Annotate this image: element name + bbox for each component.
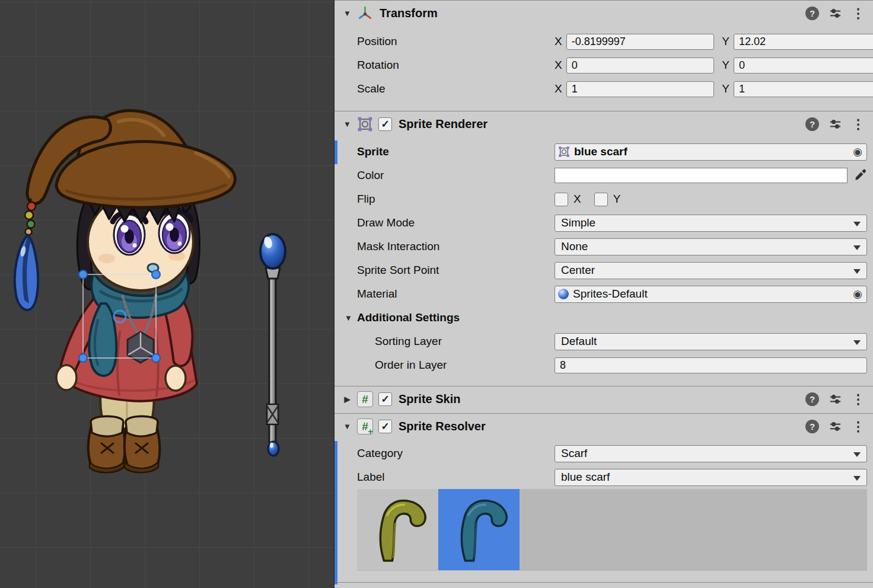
label-dropdown[interactable]: blue scarf <box>555 469 867 486</box>
order-in-layer-input[interactable] <box>555 357 867 373</box>
selection-handle-top-right[interactable] <box>152 270 160 279</box>
category-label: Category <box>357 447 555 460</box>
presets-icon[interactable] <box>829 392 842 406</box>
prefab-override-bar-resolver <box>334 441 337 584</box>
more-menu-icon[interactable]: ⋮ <box>852 118 865 131</box>
foldout-open-icon[interactable]: ▼ <box>343 120 352 129</box>
mask-interaction-dropdown[interactable]: None <box>555 238 867 255</box>
scale-label: Scale <box>357 82 555 95</box>
order-in-layer-label: Order in Layer <box>357 359 555 372</box>
thumbnail-green-scarf[interactable] <box>357 489 438 570</box>
material-object-field[interactable]: Sprites-Default ◉ <box>555 286 867 303</box>
sprite-skin-icon: # <box>357 391 373 407</box>
sprite-resolver-header[interactable]: ▼ #+ ✓ Sprite Resolver ? ⋮ <box>334 413 873 439</box>
component-enabled-checkbox[interactable]: ✓ <box>378 420 392 433</box>
dropdown-value: Simple <box>561 216 595 229</box>
scale-row: Scale X Y Z <box>334 77 873 101</box>
component-title: Sprite Renderer <box>399 117 488 131</box>
rotation-row: Rotation X Y Z <box>334 53 873 77</box>
scene-view[interactable] <box>0 0 334 588</box>
dropdown-value: Center <box>561 264 595 277</box>
color-swatch[interactable] <box>555 168 847 183</box>
foldout-open-icon[interactable]: ▼ <box>343 9 352 18</box>
foldout-open-icon[interactable]: ▼ <box>343 422 352 431</box>
flip-y-label: Y <box>613 193 621 206</box>
sprite-sort-point-row: Sprite Sort Point Center <box>334 258 873 282</box>
sprite-renderer-header[interactable]: ▼ ✓ Sprite Renderer ? ⋮ <box>334 111 873 137</box>
transform-header[interactable]: ▼ Transform ? ⋮ <box>334 0 873 26</box>
character-sprite[interactable] <box>15 110 235 472</box>
object-picker-icon[interactable]: ◉ <box>853 146 862 157</box>
sprite-skin-component: ▶ # ✓ Sprite Skin ? ⋮ <box>334 386 873 413</box>
flip-x-checkbox[interactable] <box>555 193 568 206</box>
selection-handle-top-left[interactable] <box>79 270 87 279</box>
sprite-resolver-component: ▼ #+ ✓ Sprite Resolver ? ⋮ Category Scar… <box>334 413 873 583</box>
help-icon[interactable]: ? <box>805 392 819 406</box>
sorting-layer-dropdown[interactable]: Default <box>555 333 867 350</box>
more-menu-icon[interactable]: ⋮ <box>852 420 865 433</box>
flip-row: Flip X Y <box>334 187 873 211</box>
flip-x-label: X <box>573 193 581 206</box>
dropdown-value: Default <box>561 335 597 348</box>
rotation-y-input[interactable] <box>734 57 873 74</box>
eyedropper-icon[interactable] <box>853 168 867 183</box>
category-dropdown[interactable]: Scarf <box>555 445 867 462</box>
presets-icon[interactable] <box>829 7 842 20</box>
sprite-sort-point-dropdown[interactable]: Center <box>555 262 867 279</box>
component-title: Sprite Resolver <box>399 420 486 433</box>
position-row: Position X Y Z <box>334 30 873 53</box>
dropdown-value: None <box>561 240 588 253</box>
help-icon[interactable]: ? <box>805 7 819 20</box>
selection-handle-bottom-right[interactable] <box>152 354 160 362</box>
presets-icon[interactable] <box>829 420 842 433</box>
flip-y-checkbox[interactable] <box>594 193 608 206</box>
position-y-input[interactable] <box>734 34 873 50</box>
flip-label: Flip <box>357 193 555 206</box>
sprite-icon <box>558 146 570 158</box>
more-menu-icon[interactable]: ⋮ <box>852 393 865 406</box>
axis-x-label: X <box>555 59 562 72</box>
thumbnail-blue-scarf[interactable] <box>438 489 520 570</box>
sorting-layer-label: Sorting Layer <box>357 335 555 348</box>
rotation-x-input[interactable] <box>566 57 715 74</box>
sprite-variant-strip <box>357 489 867 571</box>
component-enabled-checkbox[interactable]: ✓ <box>378 392 392 406</box>
transform-icon <box>357 5 373 21</box>
scale-x-input[interactable] <box>566 81 715 97</box>
draw-mode-row: Draw Mode Simple <box>334 211 873 235</box>
sprite-label: Sprite <box>357 145 555 158</box>
scene-canvas <box>0 0 334 588</box>
axis-y-label: Y <box>722 35 729 48</box>
more-menu-icon[interactable]: ⋮ <box>852 7 865 20</box>
selection-handle-bottom-left[interactable] <box>79 354 87 362</box>
help-icon[interactable]: ? <box>805 117 819 131</box>
inspector-panel: ▼ Transform ? ⋮ Position X <box>334 0 873 588</box>
position-x-input[interactable] <box>566 34 715 50</box>
category-row: Category Scarf <box>334 442 873 465</box>
rotation-label: Rotation <box>357 59 555 72</box>
axis-x-label: X <box>555 35 562 48</box>
sprite-sort-point-label: Sprite Sort Point <box>357 264 555 277</box>
dropdown-value: Scarf <box>561 447 587 460</box>
material-sphere-icon <box>558 289 569 299</box>
presets-icon[interactable] <box>829 117 842 131</box>
axis-y-label: Y <box>722 82 729 95</box>
sprite-object-name: blue scarf <box>574 145 627 158</box>
help-icon[interactable]: ? <box>805 420 819 433</box>
foldout-open-icon[interactable]: ▼ <box>344 314 353 322</box>
axis-x-label: X <box>555 82 562 95</box>
foldout-closed-icon[interactable]: ▶ <box>343 395 352 404</box>
sprite-renderer-icon <box>357 116 373 132</box>
additional-settings-label: Additional Settings <box>357 311 460 324</box>
label-row: Label blue scarf <box>334 465 873 489</box>
object-picker-icon[interactable]: ◉ <box>853 289 862 299</box>
additional-settings-row[interactable]: ▼ Additional Settings <box>334 306 873 330</box>
component-title: Transform <box>380 7 438 20</box>
sprite-object-field[interactable]: blue scarf ◉ <box>555 143 867 161</box>
staff-sprite[interactable] <box>260 234 285 456</box>
scale-y-input[interactable] <box>734 81 873 97</box>
component-enabled-checkbox[interactable]: ✓ <box>378 117 392 131</box>
sprite-skin-header[interactable]: ▶ # ✓ Sprite Skin ? ⋮ <box>334 386 873 412</box>
draw-mode-label: Draw Mode <box>357 216 555 229</box>
draw-mode-dropdown[interactable]: Simple <box>555 215 867 232</box>
